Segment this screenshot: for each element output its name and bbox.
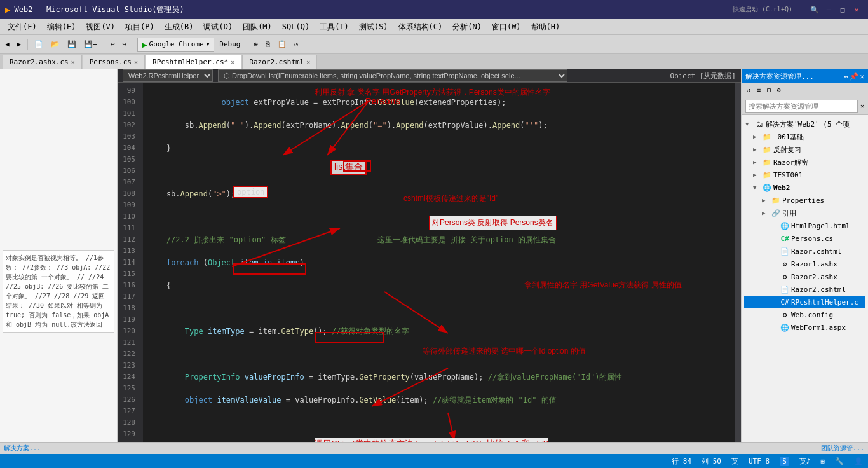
tree-item-razor2-cshtml[interactable]: ▶ 📄 Razor2.cshtml: [744, 283, 865, 296]
close-button[interactable]: ✕: [850, 3, 863, 16]
solution-label: 解决方案'Web2' (5 个项: [766, 120, 850, 129]
tree-item-persons-cs[interactable]: ▶ C# Persons.cs: [744, 232, 865, 245]
html-icon: 🌐: [780, 222, 789, 230]
expand-icon: ▶: [753, 172, 761, 178]
tree-item-references[interactable]: ▶ 🔗 引用: [744, 207, 865, 219]
tab-persons[interactable]: Persons.cs ✕: [83, 55, 145, 69]
menu-debug[interactable]: 调试(D): [198, 20, 238, 34]
tree-item-001[interactable]: ▶ 📁 _001基础: [744, 130, 865, 143]
menu-file[interactable]: 文件(F): [3, 20, 42, 34]
tree-item-rpcshtml[interactable]: ▶ C# RPcshtmlHelper.c: [744, 296, 865, 308]
tab-close-icon[interactable]: ✕: [306, 59, 310, 65]
search-panel: ✕: [742, 97, 868, 115]
tab-close-icon[interactable]: ✕: [71, 59, 75, 65]
tree-item-webconfig[interactable]: ▶ ⚙ Web.config: [744, 308, 865, 321]
menu-team[interactable]: 团队(M): [238, 20, 277, 34]
attach-button[interactable]: ⊕: [251, 38, 261, 52]
menu-test[interactable]: 测试(S): [354, 20, 393, 34]
tree-item-test001[interactable]: ▶ 📁 TEST001: [744, 169, 865, 181]
vertical-scrollbar[interactable]: [735, 83, 741, 454]
tree-item-razor-cshtml[interactable]: ▶ 📄 Razor.cshtml: [744, 245, 865, 258]
save-button[interactable]: 💾: [65, 38, 79, 52]
tree-item-razor[interactable]: ▶ 📁 Razor解密: [744, 156, 865, 169]
undo-button[interactable]: ↩: [108, 38, 118, 52]
solution-explorer-header: 解决方案资源管理... ↔ 📌 ✕: [742, 69, 868, 83]
menu-edit[interactable]: 编辑(E): [42, 20, 81, 34]
expand-icon: ▼: [745, 121, 753, 127]
method-dropdown[interactable]: ⬡ DropDownList(IEnumerable items, string…: [218, 69, 567, 82]
close-panel-icon[interactable]: ✕: [860, 72, 864, 81]
copy-button[interactable]: ⎘: [263, 38, 273, 52]
expand-icon: ▶: [753, 146, 761, 153]
forward-button[interactable]: ▶: [15, 38, 24, 52]
folder-icon: 📁: [763, 171, 771, 179]
cs-icon: C#: [780, 298, 789, 306]
title-bar-left: ▶ Web2 - Microsoft Visual Studio(管理员): [5, 4, 184, 15]
aspx-icon: 🌐: [780, 324, 789, 332]
show-all-button[interactable]: ≡: [754, 83, 763, 97]
tree-item-razor2-ashx[interactable]: ▶ ⚙ Razor2.ashx: [744, 270, 865, 283]
menu-window[interactable]: 窗口(W): [487, 20, 526, 34]
sync-solution-button[interactable]: ↺: [744, 83, 753, 97]
user-icon[interactable]: 👤: [854, 457, 863, 465]
search-icon[interactable]: 🔍: [808, 3, 821, 16]
menu-build[interactable]: 生成(B): [159, 20, 199, 34]
solution-search-input[interactable]: [745, 100, 858, 113]
menu-arch[interactable]: 体系结构(C): [393, 20, 448, 34]
tree-label: WebForm1.aspx: [791, 324, 846, 332]
run-button[interactable]: ▶ Google Chrome ▾: [137, 38, 214, 52]
code-inner-wrap: 99 100 101 102 103 104 105 106 107 108 1…: [118, 83, 741, 454]
solution-tree: ▼ 🗂 解决方案'Web2' (5 个项 ▶ 📁 _001基础 ▶ 📁 反射复习…: [742, 115, 868, 336]
quick-launch[interactable]: 快速启动 (Ctrl+Q): [718, 3, 807, 16]
refresh-button[interactable]: ↺: [292, 38, 301, 52]
status-bar: 行 84 列 50 英 UTF-8 S 英♪ ⊞ 🔧 👤: [0, 454, 868, 468]
expand-icon: ▼: [753, 184, 761, 191]
menu-help[interactable]: 帮助(H): [526, 20, 566, 34]
collapse-all-button[interactable]: ⊟: [764, 83, 773, 97]
tab-close-icon[interactable]: ✕: [231, 59, 234, 65]
paste-button[interactable]: 📋: [275, 38, 289, 52]
new-project-button[interactable]: 📄: [32, 38, 46, 52]
search-clear-icon[interactable]: ✕: [860, 102, 864, 109]
tree-item-razor1-ashx[interactable]: ▶ ⚙ Razor1.ashx: [744, 258, 865, 270]
settings-icon[interactable]: 🔧: [835, 457, 844, 465]
menu-tools[interactable]: 工具(T): [315, 20, 354, 34]
menu-analyze[interactable]: 分析(N): [447, 20, 487, 34]
cs-icon: C#: [780, 235, 789, 243]
solution-explorer-title: 解决方案资源管理...: [745, 72, 814, 81]
expand-icon: ▶: [753, 134, 761, 140]
back-button[interactable]: ◀: [3, 38, 12, 52]
pin-icon[interactable]: 📌: [850, 72, 858, 81]
window-title: Web2 - Microsoft Visual Studio(管理员): [14, 4, 184, 15]
tab-rpcshtmhelper[interactable]: RPcshtmlHelper.cs* ✕: [146, 55, 241, 69]
solution-explorer-link[interactable]: 解决方案...: [4, 444, 41, 453]
tab-razor2-ashx[interactable]: Razor2.ashx.cs ✕: [3, 55, 82, 69]
menu-sql[interactable]: SQL(Q): [277, 21, 315, 32]
tree-item-webform1[interactable]: ▶ 🌐 WebForm1.aspx: [744, 321, 865, 334]
tab-close-icon[interactable]: ✕: [134, 59, 138, 65]
save-all-button[interactable]: 💾+: [81, 38, 100, 52]
maximize-button[interactable]: □: [836, 3, 849, 16]
code-text[interactable]: object extPropValue = extPropInfo.GetVal…: [143, 83, 735, 454]
open-button[interactable]: 📂: [48, 38, 62, 52]
redo-button[interactable]: ↪: [120, 38, 130, 52]
cshtml-icon: 📄: [780, 286, 789, 294]
minimize-button[interactable]: ─: [822, 3, 835, 16]
sync-icon[interactable]: ↔: [844, 72, 849, 81]
tab-razor2-cshtml[interactable]: Razor2.cshtml ✕: [242, 55, 317, 69]
team-explorer-link[interactable]: 团队资源管...: [821, 444, 864, 453]
tree-label: Razor解密: [773, 158, 808, 167]
tree-item-web2[interactable]: ▼ 🌐 Web2: [744, 181, 865, 194]
tree-item-properties[interactable]: ▶ 📁 Properties: [744, 194, 865, 207]
layout-icon[interactable]: ⊞: [820, 457, 825, 465]
tree-item-htmlpage1[interactable]: ▶ 🌐 HtmlPage1.html: [744, 219, 865, 232]
toolbar-sep-3: [133, 39, 133, 50]
menu-project[interactable]: 项目(P): [120, 20, 159, 34]
menu-view[interactable]: 视图(V): [81, 20, 120, 34]
properties-button[interactable]: ⚙: [775, 83, 783, 97]
play-icon: ▶: [142, 39, 147, 50]
line-numbers: 99 100 101 102 103 104 105 106 107 108 1…: [118, 83, 143, 454]
class-dropdown[interactable]: Web2.RPcshtmlHelper: [123, 69, 213, 82]
solution-root[interactable]: ▼ 🗂 解决方案'Web2' (5 个项: [744, 118, 865, 130]
tree-item-reflect[interactable]: ▶ 📁 反射复习: [744, 143, 865, 156]
